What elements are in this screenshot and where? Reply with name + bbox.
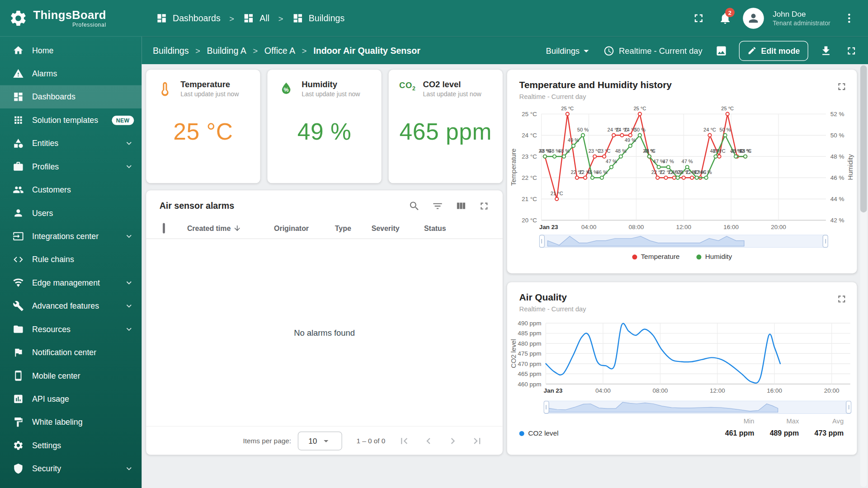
svg-text:475 ppm: 475 ppm xyxy=(518,350,541,357)
alarms-search-button[interactable] xyxy=(407,199,420,212)
svg-text:Jan 23: Jan 23 xyxy=(543,387,562,394)
edge-icon xyxy=(12,277,24,288)
items-per-page-select[interactable]: 10 xyxy=(298,431,342,450)
sidebar-item-dashboards[interactable]: Dashboards xyxy=(0,85,142,108)
sidebar-item-advanced-features[interactable]: Advanced features xyxy=(0,294,142,317)
alarms-filter-button[interactable] xyxy=(431,199,444,212)
brand[interactable]: ThingsBoard Professional xyxy=(0,9,142,28)
fullscreen-button[interactable] xyxy=(688,7,710,29)
dashboard-breadcrumb-buildings[interactable]: Buildings xyxy=(153,46,189,56)
temperature-humidity-chart-widget: Temperature and Humidity history Realtim… xyxy=(507,70,857,273)
clock-icon xyxy=(604,45,614,56)
user-info[interactable]: John Doe Tenant administrator xyxy=(773,9,830,28)
page-scrollbar[interactable] xyxy=(860,65,867,487)
sidebar-item-alarms[interactable]: Alarms xyxy=(0,62,142,85)
alarms-fullscreen-button[interactable] xyxy=(477,199,491,212)
chevron-down-icon xyxy=(124,301,134,311)
legend-item-co2-level[interactable]: CO2 level xyxy=(519,429,559,437)
sidebar-item-resources[interactable]: Resources xyxy=(0,318,142,341)
chevron-down-icon xyxy=(124,231,134,241)
previous-page-button[interactable] xyxy=(416,430,441,452)
last-page-button[interactable] xyxy=(465,430,490,452)
first-page-button[interactable] xyxy=(392,430,416,452)
humidity-droplet-icon: % xyxy=(278,81,294,96)
toolbar-fullscreen-button[interactable] xyxy=(840,40,863,62)
sidebar-item-white-labeling[interactable]: White labeling xyxy=(0,411,142,434)
sidebar-item-label: Profiles xyxy=(32,162,116,171)
sidebar-item-edge-management[interactable]: Edge management xyxy=(0,271,142,294)
scrollbar-thumb[interactable] xyxy=(860,65,867,212)
svg-text:50 %: 50 % xyxy=(830,132,844,139)
svg-text:44 %: 44 % xyxy=(830,196,844,202)
breadcrumb-label: Dashboards xyxy=(173,13,221,23)
first-page-icon xyxy=(398,435,410,447)
alarms-columns-button[interactable] xyxy=(454,199,467,212)
sidebar-item-entities[interactable]: Entities xyxy=(0,131,142,155)
chart-zoom-slider[interactable] xyxy=(543,401,851,414)
svg-text:21 °C: 21 °C xyxy=(551,191,563,196)
dashboard-image-button[interactable] xyxy=(710,40,732,62)
header-breadcrumb-buildings[interactable]: Buildings xyxy=(292,13,344,23)
sidebar-item-profiles[interactable]: Profiles xyxy=(0,155,142,178)
mobile-icon xyxy=(12,370,24,381)
svg-text:04:00: 04:00 xyxy=(581,224,597,230)
header-breadcrumb-dashboards[interactable]: Dashboards xyxy=(156,13,220,23)
stat-card-title: Temperature xyxy=(180,80,239,89)
sidebar-item-customers[interactable]: Customers xyxy=(0,178,142,201)
sidebar-item-label: Solution templates xyxy=(32,116,104,125)
chart-fullscreen-button[interactable] xyxy=(834,291,849,306)
svg-text:465 ppm: 465 ppm xyxy=(518,371,541,377)
edit-mode-button[interactable]: Edit mode xyxy=(739,41,808,61)
next-page-button[interactable] xyxy=(441,430,465,452)
dashboard-breadcrumb-building-a[interactable]: Building A xyxy=(207,46,246,56)
chart-zoom-slider[interactable] xyxy=(539,235,828,248)
more-menu-button[interactable] xyxy=(838,7,860,29)
column-header-status[interactable]: Status xyxy=(424,224,503,232)
legend-item-temperature[interactable]: Temperature xyxy=(632,253,680,261)
sidebar-item-solution-templates[interactable]: Solution templates NEW xyxy=(0,108,142,131)
sidebar-item-home[interactable]: Home xyxy=(0,39,142,62)
legend-item-humidity[interactable]: Humidity xyxy=(696,253,732,261)
entity-select[interactable]: Buildings xyxy=(542,45,595,57)
column-header-type[interactable]: Type xyxy=(335,224,372,232)
export-dashboard-button[interactable] xyxy=(815,40,837,62)
dashboard-breadcrumb-indoor-air-quality-sensor: Indoor Air Quality Sensor xyxy=(313,46,420,56)
sidebar-item-mobile-center[interactable]: Mobile center xyxy=(0,364,142,387)
svg-text:50 %: 50 % xyxy=(577,127,589,132)
dashboard-breadcrumb-office-a[interactable]: Office A xyxy=(264,46,295,56)
header-breadcrumb-all[interactable]: All xyxy=(243,13,270,23)
timewindow-button[interactable]: Realtime - Current day xyxy=(599,45,707,56)
sidebar-item-security[interactable]: Security xyxy=(0,457,142,480)
column-header-created-time[interactable]: Created time xyxy=(187,224,274,232)
column-header-severity[interactable]: Severity xyxy=(372,224,424,232)
items-per-page-value: 10 xyxy=(308,436,317,446)
chevron-down-icon xyxy=(124,138,134,148)
dashboards-icon xyxy=(12,91,24,102)
sidebar-item-notification-center[interactable]: Notification center xyxy=(0,341,142,364)
svg-text:20:00: 20:00 xyxy=(824,387,840,394)
dashboards-icon xyxy=(156,13,167,23)
sidebar-item-integrations-center[interactable]: Integrations center xyxy=(0,225,142,248)
sidebar-item-users[interactable]: Users xyxy=(0,202,142,225)
security-icon xyxy=(12,463,24,474)
svg-text:CO2 level: CO2 level xyxy=(510,339,517,368)
chart-fullscreen-button[interactable] xyxy=(834,79,849,94)
svg-text:24 °C: 24 °C xyxy=(703,127,716,132)
notifications-button[interactable]: 2 xyxy=(714,7,736,29)
column-header-originator[interactable]: Originator xyxy=(274,224,335,232)
fullscreen-icon xyxy=(478,200,490,212)
svg-text:48 %: 48 % xyxy=(644,148,655,154)
select-all-checkbox[interactable] xyxy=(163,223,165,233)
sidebar-item-settings[interactable]: Settings xyxy=(0,434,142,457)
chart-stats: Min 461 ppm Max 489 ppm Avg 473 ppm xyxy=(725,417,844,437)
sidebar-item-label: Resources xyxy=(32,325,116,334)
sort-desc-icon xyxy=(233,224,241,232)
svg-text:Temperature: Temperature xyxy=(510,149,517,186)
sidebar-item-rule-chains[interactable]: Rule chains xyxy=(0,248,142,271)
air-sensor-alarms-widget: Air sensor alarms Created time xyxy=(146,190,503,455)
stat-max: Max 489 ppm xyxy=(770,417,799,437)
search-icon xyxy=(408,200,420,212)
avatar[interactable] xyxy=(743,8,764,29)
apps-icon xyxy=(12,114,24,125)
sidebar-item-api-usage[interactable]: API usage xyxy=(0,387,142,410)
